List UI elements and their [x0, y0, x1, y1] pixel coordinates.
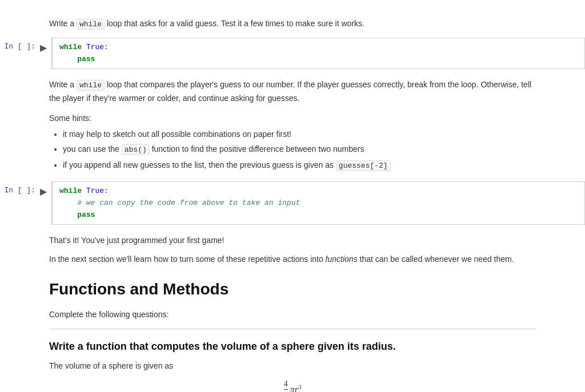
keyword-true-2: True: [86, 187, 104, 195]
instruction-1: Write a while loop that asks for a valid…: [49, 17, 536, 31]
sphere-section: Write a function that computes the volum…: [49, 338, 536, 392]
functions-subtitle: Complete the following questions:: [49, 308, 536, 321]
hints-header: Some hints:: [49, 112, 536, 124]
colon-2: :: [104, 187, 109, 195]
indent-2: [59, 211, 77, 219]
sphere-title: Write a function that computes the volum…: [49, 338, 536, 355]
outro-2-italic: functions: [326, 254, 358, 264]
cell-2-line-3: pass: [59, 209, 578, 221]
hint-2-code: abs(): [122, 144, 150, 155]
hint-2: you can use the abs() function to find t…: [63, 143, 536, 156]
notebook-cell-2: In [ ]: ▶ while True: # we can copy the …: [0, 181, 585, 225]
pi-r-cubed: πr3: [290, 382, 302, 392]
cell-1-line-1: while True:: [59, 42, 578, 54]
functions-section: Functions and Methods Complete the follo…: [49, 277, 536, 329]
keyword-while-1: while: [59, 43, 82, 51]
fraction: 4 3: [284, 378, 288, 393]
hint-2-text-after: function to find the positive difference…: [150, 144, 364, 153]
notebook-cell-1: In [ ]: ▶ while True: pass: [0, 38, 585, 70]
cell-1-run-button[interactable]: ▶: [40, 38, 51, 55]
page-container: Write a while loop that asks for a valid…: [0, 0, 585, 392]
instruction-2-part1: Write a: [49, 80, 77, 89]
hint-3-code: guesses[-2]: [336, 160, 391, 171]
instruction-1-rest: loop that asks for a valid guess. Test i…: [105, 19, 364, 28]
hint-1: it may help to sketch out all possible c…: [63, 128, 536, 140]
outro-1: That's it! You've just programmed your f…: [49, 234, 536, 246]
hint-2-text-before: you can use the: [63, 144, 122, 153]
cell-2-label: In [ ]:: [0, 181, 40, 197]
cell-2-line-1: while True:: [59, 185, 578, 197]
colon-1: :: [104, 43, 109, 51]
instruction-2: Write a while loop that compares the pla…: [49, 78, 536, 104]
instruction-1-text: Write a: [49, 19, 77, 28]
hints-section: Some hints: it may help to sketch out al…: [49, 112, 536, 172]
cell-1-line-2: pass: [59, 54, 578, 66]
section-hr: [49, 329, 536, 329]
cell-1-code-box[interactable]: while True: pass: [51, 38, 585, 70]
indent-1: [59, 55, 77, 63]
hints-list: it may help to sketch out all possible c…: [49, 128, 536, 172]
keyword-pass-2: pass: [77, 211, 95, 219]
instruction-2-code: while: [77, 80, 105, 91]
hint-1-text: it may help to sketch out all possible c…: [63, 130, 291, 139]
functions-title: Functions and Methods: [49, 277, 536, 302]
keyword-pass-1: pass: [77, 55, 95, 63]
outro-2-part2: that can be called whenever we need them…: [358, 254, 514, 264]
sphere-text: The volume of a sphere is given as: [49, 359, 536, 372]
hint-3: if you append all new guesses to the lis…: [63, 159, 536, 172]
instruction-1-code: while: [77, 19, 105, 30]
hint-3-text-before: if you append all new guesses to the lis…: [63, 160, 336, 169]
cell-2-code-box[interactable]: while True: # we can copy the code from …: [51, 181, 585, 225]
keyword-while-2: while: [59, 187, 82, 195]
outro-2-part1: In the next section we'll learn how to t…: [49, 254, 326, 264]
math-formula: 4 3 πr3: [49, 378, 536, 393]
instruction-2-part2: loop that compares the player's guess to…: [49, 80, 531, 103]
cell-1-label: In [ ]:: [0, 38, 40, 53]
numerator: 4: [284, 378, 288, 390]
denominator: 3: [284, 390, 288, 392]
comment-line: # we can copy the code from above to tak…: [59, 199, 300, 207]
keyword-true-1: True: [86, 43, 104, 51]
cell-2-line-2: # we can copy the code from above to tak…: [59, 197, 578, 209]
outro-2: In the next section we'll learn how to t…: [49, 253, 536, 265]
cell-2-run-button[interactable]: ▶: [40, 181, 51, 199]
